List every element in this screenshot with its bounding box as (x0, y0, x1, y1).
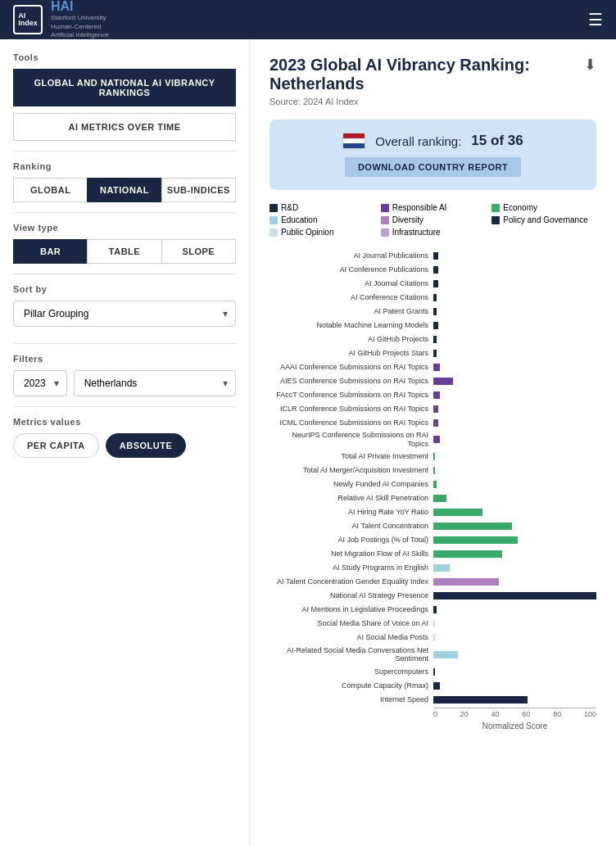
chart-row: AI-Related Social Media Conversations Ne… (270, 646, 596, 664)
chart-bar (433, 280, 438, 287)
view-type-label: View type (13, 223, 236, 233)
chart-bar (433, 252, 438, 260)
tools-label: Tools (13, 52, 236, 62)
chart-row-label: Compute Capacity (Rmax) (270, 681, 433, 690)
sort-by-select[interactable]: Pillar Grouping Alphabetical Value (13, 301, 236, 327)
legend-label-rd: R&D (281, 203, 298, 212)
chart-bar-area (433, 620, 596, 627)
legend-education: Education (270, 215, 374, 224)
absolute-btn[interactable]: ABSOLUTE (106, 433, 187, 458)
chart-bar (433, 682, 440, 690)
title-row: 2023 Global AI Vibrancy Ranking: Netherl… (270, 56, 596, 120)
x-axis-ticks: 0 20 40 60 80 100 (433, 710, 596, 718)
chart-row-label: AI Talent Concentration (270, 522, 433, 531)
table-btn[interactable]: TABLE (87, 239, 161, 264)
chart-bar (433, 495, 446, 502)
chart-row: National AI Strategy Presence (270, 590, 596, 602)
chart-bar (433, 536, 518, 544)
chart-bar-area (433, 419, 596, 427)
x-tick-40: 40 (491, 710, 500, 718)
chart-row: AI Talent Concentration (270, 521, 596, 532)
bar-btn[interactable]: BAR (13, 239, 87, 264)
sub-indices-btn[interactable]: SUB-INDICES (161, 178, 236, 202)
chart-row: Total AI Private Investment (270, 451, 596, 463)
chart-row-label: AI Patent Grants (270, 307, 433, 316)
chart-row-label: AI GitHub Projects Stars (270, 349, 433, 358)
hamburger-icon[interactable]: ☰ (588, 10, 603, 29)
hai-label: HAI (51, 0, 109, 14)
chart-row: AAAI Conference Submissions on RAI Topic… (270, 361, 596, 373)
country-select[interactable]: Netherlands United States China (74, 370, 236, 396)
chart-row: AI Study Programs in English (270, 563, 596, 574)
chart-bar-area (433, 481, 596, 488)
chart-row: Social Media Share of Voice on AI (270, 618, 596, 630)
metrics-values-label: Metrics values (13, 417, 236, 427)
overall-ranking-label: Overall ranking: (375, 134, 461, 148)
logo: AIIndex HAI Stanford UniversityHuman-Cen… (13, 0, 109, 40)
chart-bar-area (433, 405, 596, 413)
national-btn[interactable]: NATIONAL (87, 178, 161, 202)
flag-blue (343, 143, 365, 148)
chart-bar-area (433, 294, 596, 301)
source-text: Source: 2024 AI Index (270, 97, 584, 106)
global-btn[interactable]: GLOBAL (13, 178, 87, 202)
x-tick-0: 0 (433, 710, 437, 718)
chart-row: AI GitHub Projects Stars (270, 347, 596, 359)
chart-row-label: Notable Machine Learning Models (270, 321, 433, 330)
chart-row: Internet Speed (270, 694, 596, 705)
chart-row: AI Job Postings (% of Total) (270, 535, 596, 546)
chart-row: Newly Funded AI Companies (270, 479, 596, 491)
year-select[interactable]: 2023 2022 2021 (13, 370, 67, 396)
chart-row-label: Total AI Merger/Acquisition Investment (270, 466, 433, 475)
chart-bar (433, 578, 499, 586)
chart-bar-area (433, 536, 596, 544)
chart-bar (433, 606, 437, 613)
chart-row-label: ICML Conference Submissions on RAI Topic… (270, 418, 433, 428)
chart-bar (433, 509, 482, 516)
chart-bar-area (433, 467, 596, 474)
x-axis-label: Normalized Score (433, 722, 596, 731)
legend-dot-public-opinion (270, 228, 278, 237)
download-icon[interactable]: ⬇ (584, 56, 596, 74)
chart-bar-area (433, 453, 596, 460)
per-capita-btn[interactable]: PER CAPITA (13, 433, 99, 458)
legend-dot-economy (491, 204, 500, 212)
legend-label-diversity: Diversity (392, 215, 424, 224)
legend-dot-rd (270, 204, 278, 212)
chart-row-label: Social Media Share of Voice on AI (270, 619, 433, 628)
rankings-button[interactable]: GLOBAL AND NATIONAL AI VIBRANCY RANKINGS (13, 69, 236, 106)
chart-bar (433, 322, 438, 329)
legend-label-public-opinion: Public Opinion (281, 228, 333, 237)
chart-row-label: Relative AI Skill Penetration (270, 494, 433, 503)
legend-diversity: Diversity (381, 215, 486, 224)
chart-bar (433, 467, 435, 474)
x-tick-80: 80 (553, 710, 561, 718)
logo-abbr: AIIndex (18, 12, 38, 27)
main-layout: Tools GLOBAL AND NATIONAL AI VIBRANCY RA… (0, 39, 616, 846)
chart-bar-area (433, 364, 596, 371)
chart-bar-area (433, 651, 596, 658)
main-content: 2023 Global AI Vibrancy Ranking: Netherl… (250, 39, 616, 846)
download-country-report-button[interactable]: DOWNLOAD COUNTRY REPORT (345, 157, 521, 177)
bar-chart: AI Journal PublicationsAI Conference Pub… (270, 250, 596, 705)
metrics-toggle: PER CAPITA ABSOLUTE (13, 433, 236, 458)
chart-bar-area (433, 550, 596, 558)
chart-bar-area (433, 252, 596, 260)
metrics-button[interactable]: AI METRICS OVER TIME (13, 113, 236, 141)
legend-dot-diversity (381, 216, 389, 224)
chart-row: AI Patent Grants (270, 305, 596, 317)
view-toggle: BAR TABLE SLOPE (13, 239, 236, 264)
chart-bar-area (433, 523, 596, 530)
chart-row-label: AI-Related Social Media Conversations Ne… (270, 646, 433, 664)
x-tick-20: 20 (460, 710, 469, 718)
chart-row: AI Social Media Posts (270, 632, 596, 644)
legend-responsible-ai: Responsible AI (381, 203, 486, 212)
chart-bar (433, 436, 440, 443)
title-block: 2023 Global AI Vibrancy Ranking: Netherl… (270, 56, 584, 120)
chart-row-label: AIES Conference Submissions on RAI Topic… (270, 377, 433, 386)
slope-btn[interactable]: SLOPE (161, 239, 236, 264)
chart-bar (433, 634, 435, 641)
legend-dot-policy (491, 216, 500, 224)
x-axis-line (433, 708, 596, 708)
legend-policy: Policy and Governance (491, 215, 596, 224)
